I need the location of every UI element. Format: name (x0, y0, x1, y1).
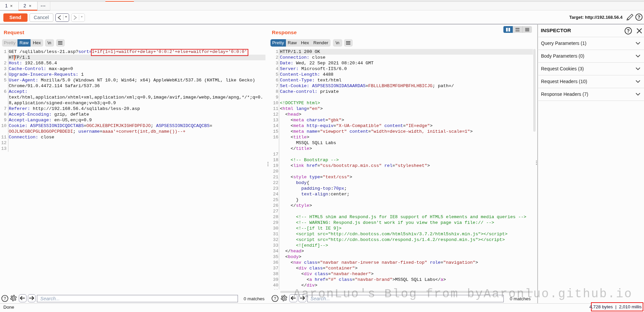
svg-text:?: ? (638, 14, 641, 20)
svg-text:?: ? (627, 28, 630, 34)
svg-text:?: ? (274, 296, 276, 301)
svg-text:?: ? (4, 296, 6, 301)
